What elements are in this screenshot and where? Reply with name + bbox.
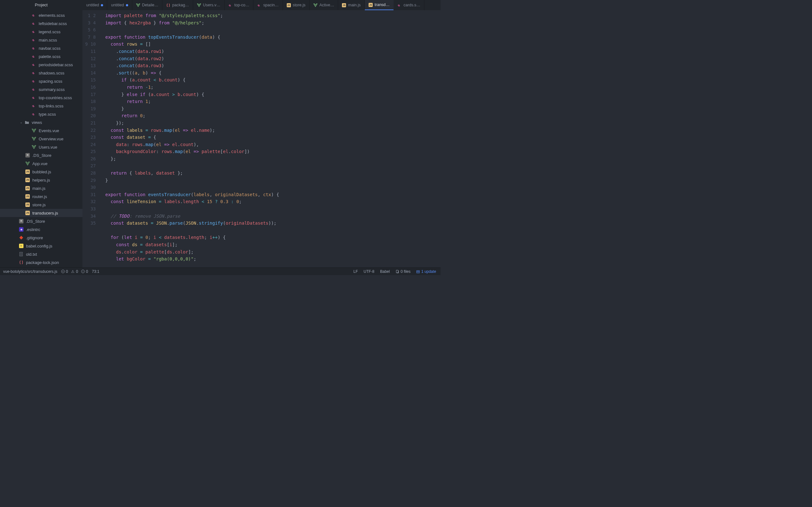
tree-item-babel-config-js[interactable]: bbabel.config.js (0, 242, 83, 250)
files-icon (396, 270, 399, 274)
sass-icon (32, 71, 36, 75)
language-mode[interactable]: Babel (380, 269, 390, 274)
tree-item-top-countries-scss[interactable]: top-countries.scss (0, 94, 83, 102)
tree-item-spacing-scss[interactable]: spacing.scss (0, 77, 83, 85)
tree-item-palette-scss[interactable]: palette.scss (0, 52, 83, 60)
tab-store-js[interactable]: JSstore.js (283, 0, 310, 10)
git-icon (19, 235, 23, 240)
js-icon: JS (26, 178, 30, 182)
tree-item-bubbled-js[interactable]: JSbubbled.js (0, 168, 83, 176)
tab-main-js[interactable]: JSmain.js (338, 0, 365, 10)
sass-icon (32, 104, 36, 108)
tree-item-package-lock-json[interactable]: package-lock.json (0, 258, 83, 267)
tree-item-elements-scss[interactable]: elements.scss (0, 11, 83, 19)
eslint-icon: ◈ (19, 227, 23, 232)
tab-Users-v-[interactable]: Users.v… (193, 0, 224, 10)
tree-item-main-scss[interactable]: main.scss (0, 36, 83, 44)
tab-cards-s-[interactable]: cards.s… (394, 0, 424, 10)
tree-item-navbar-scss[interactable]: navbar.scss (0, 44, 83, 52)
tab-Detaile-[interactable]: Detaile… (132, 0, 162, 10)
js-icon: JS (26, 203, 30, 207)
sass-icon (32, 79, 36, 83)
tab-spacin-[interactable]: spacin… (253, 0, 283, 10)
js-icon: JS (26, 194, 30, 199)
project-sidebar: Project elements.scssleftsidebar.scssleg… (0, 0, 83, 268)
js-icon: JS (26, 186, 30, 190)
file-tree: elements.scssleftsidebar.scsslegend.scss… (0, 10, 83, 268)
update-indicator[interactable]: 1 update (416, 269, 436, 274)
tree-item-Overview-vue[interactable]: Overview.vue (0, 135, 83, 143)
tree-item-main-js[interactable]: JSmain.js (0, 184, 83, 192)
code-area[interactable]: import palette from "@/styles/palette.sc… (101, 10, 441, 268)
tree-item-Events-vue[interactable]: Events.vue (0, 126, 83, 135)
tree-item-label: summary.scss (39, 87, 65, 92)
file-count[interactable]: 0 files (396, 269, 410, 274)
tree-item-periodsidebar-scss[interactable]: periodsidebar.scss (0, 60, 83, 69)
tree-item-router-js[interactable]: JSrouter.js (0, 192, 83, 201)
warn-icon: ⚠ (71, 269, 74, 274)
tree-item-leftsidebar-scss[interactable]: leftsidebar.scss (0, 19, 83, 27)
eol-mode[interactable]: LF (353, 269, 358, 274)
tab-label: untitled (86, 3, 99, 7)
tree-item-summary-scss[interactable]: summary.scss (0, 85, 83, 94)
dsstore-icon: ⌘ (26, 153, 30, 158)
tree-item-label: .eslintrc (26, 227, 40, 232)
tree-item-transducers-js[interactable]: JStransducers.js (0, 209, 83, 217)
tree-item-label: top-countries.scss (39, 95, 72, 100)
tree-item-type-scss[interactable]: type.scss (0, 110, 83, 118)
tree-item-label: spacing.scss (39, 79, 62, 83)
tree-item--DS_Store[interactable]: ⌘.DS_Store (0, 151, 83, 159)
tree-item-App-vue[interactable]: App.vue (0, 159, 83, 168)
svg-rect-4 (396, 270, 398, 273)
tab-top-co-[interactable]: top-co… (224, 0, 253, 10)
tree-item-label: package-lock.json (26, 260, 59, 265)
status-path[interactable]: vue-botolytics/src/transducers.js (3, 269, 57, 274)
tab-untitled[interactable]: untitled (83, 0, 107, 10)
tab-label: top-co… (235, 3, 249, 7)
tree-item-label: .DS_Store (26, 219, 45, 224)
tab-label: transd… (374, 3, 390, 7)
tab-label: Active… (319, 3, 334, 7)
diagnostics[interactable]: ×0 ⚠0 i0 (61, 269, 88, 274)
tree-item-views[interactable]: ⌄views (0, 118, 83, 126)
tree-item--DS_Store[interactable]: ⌘.DS_Store (0, 217, 83, 225)
sass-icon (32, 21, 36, 26)
tab-label: Detaile… (142, 3, 158, 7)
tab-label: store.js (293, 3, 305, 7)
tree-item-top-links-scss[interactable]: top-links.scss (0, 102, 83, 110)
tree-item--gitignore[interactable]: .gitignore (0, 233, 83, 242)
tree-item-shadows-scss[interactable]: shadows.scss (0, 69, 83, 77)
tab-untitled[interactable]: untitled (107, 0, 132, 10)
tree-item-label: palette.scss (39, 54, 61, 59)
tab-Active-[interactable]: Active… (310, 0, 339, 10)
tab-packag-[interactable]: packag… (162, 0, 193, 10)
cursor-position[interactable]: 73:1 (92, 269, 99, 274)
tab-bar: untitleduntitledDetaile…packag…Users.v…t… (83, 0, 441, 10)
tree-item-label: helpers.js (32, 178, 50, 182)
tree-item--eslintrc[interactable]: ◈.eslintrc (0, 225, 83, 233)
encoding[interactable]: UTF-8 (363, 269, 374, 274)
tree-item-label: babel.config.js (26, 244, 52, 248)
tree-item-label: views (32, 120, 42, 125)
sass-icon (32, 87, 36, 92)
tree-item-store-js[interactable]: JSstore.js (0, 201, 83, 209)
tree-item-label: .gitignore (26, 235, 43, 240)
tree-item-old-txt[interactable]: old.txt (0, 250, 83, 258)
line-gutter: 1 2 3 4 5 6 7 8 9 10 11 12 13 14 15 16 1… (83, 10, 101, 268)
sass-icon (32, 62, 36, 67)
modified-dot-icon (126, 4, 128, 6)
package-icon (416, 270, 420, 274)
tab-transd-[interactable]: JStransd… (365, 0, 394, 10)
tree-item-helpers-js[interactable]: JShelpers.js (0, 176, 83, 184)
js-icon: JS (287, 3, 291, 7)
vue-icon (32, 136, 36, 141)
tree-item-label: type.scss (39, 112, 56, 117)
tree-item-Users-vue[interactable]: Users.vue (0, 143, 83, 151)
json-icon (19, 260, 23, 265)
json-icon (166, 3, 170, 7)
tree-item-label: Events.vue (39, 128, 59, 133)
sass-icon (397, 3, 402, 7)
js-icon: JS (368, 3, 373, 7)
dsstore-icon: ⌘ (19, 219, 23, 223)
tree-item-legend-scss[interactable]: legend.scss (0, 27, 83, 36)
